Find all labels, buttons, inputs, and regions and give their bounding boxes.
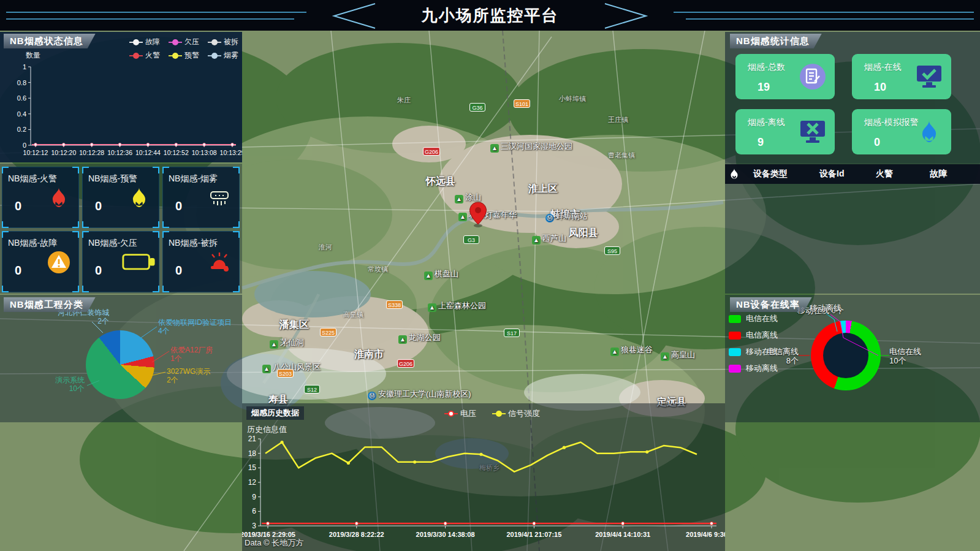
- corner-bracket: [162, 221, 169, 228]
- map-pin-icon[interactable]: [468, 201, 488, 228]
- corner-bracket: [162, 286, 169, 292]
- svg-text:2019/4/6 9:30:01: 2019/4/6 9:30:01: [686, 531, 725, 538]
- history-legend-item[interactable]: 信号强度: [492, 408, 540, 419]
- siren-icon: [206, 249, 233, 276]
- map-label: 淮南市: [354, 348, 384, 361]
- donut-legend-item[interactable]: 电信在线: [729, 313, 778, 324]
- flame-blue-icon: [916, 118, 943, 145]
- status-legend-item[interactable]: 故障: [129, 37, 160, 47]
- poi-icon: ▲: [455, 195, 463, 203]
- history-chart[interactable]: 369121518212019/3/16 2:29:052019/3/28 8:…: [242, 434, 725, 550]
- page-title: 九小场所监控平台: [0, 5, 980, 26]
- road-badge: G3: [463, 235, 479, 244]
- pie-label: 依爱A12厂房1个: [170, 346, 213, 363]
- poi-icon: ▲: [428, 303, 436, 312]
- stat-card-3[interactable]: 烟感-离线9: [735, 109, 835, 154]
- status-card-label: NB烟感-火警: [8, 173, 57, 184]
- svg-text:10:12:12: 10:12:12: [23, 149, 48, 156]
- svg-text:15: 15: [248, 463, 257, 472]
- corner-bracket: [162, 231, 169, 238]
- corner-bracket: [72, 286, 79, 292]
- svg-text:0.8: 0.8: [17, 79, 26, 86]
- corner-bracket: [153, 231, 159, 238]
- stat-card-label: 烟感-离线: [748, 117, 785, 128]
- map-label: 潘集区: [279, 319, 309, 332]
- svg-text:0: 0: [23, 142, 26, 149]
- status-card-value: 0: [15, 264, 21, 278]
- svg-text:0.6: 0.6: [17, 94, 26, 102]
- road-badge: S12: [304, 385, 320, 393]
- road-badge: S17: [504, 329, 520, 337]
- poi-icon: ▲: [424, 272, 433, 280]
- road-badge: S225: [320, 328, 336, 336]
- corner-bracket: [2, 231, 9, 238]
- map-label: ▲茅仙洞: [270, 337, 304, 349]
- corner-bracket: [2, 167, 9, 173]
- map-label: 淮河: [319, 243, 332, 252]
- poi-icon: ▲: [458, 213, 467, 221]
- flame-red-icon: [45, 184, 72, 211]
- warning-icon: [45, 249, 72, 276]
- status-card-4[interactable]: NB烟感-故障0: [2, 231, 79, 292]
- svg-text:10:12:36: 10:12:36: [107, 149, 132, 156]
- map-label: Ⓜ安徽理工大学(山南新校区): [368, 389, 471, 400]
- stat-card-2[interactable]: 烟感-在线10: [852, 54, 951, 99]
- corner-bracket: [82, 221, 89, 228]
- status-card-2[interactable]: NB烟感-预警0: [82, 167, 159, 228]
- road-badge: S203: [277, 369, 294, 378]
- svg-text:2019/4/1 21:07:15: 2019/4/1 21:07:15: [506, 531, 561, 538]
- device-col-fault: 故障: [925, 169, 974, 180]
- device-col-fire: 火警: [871, 169, 925, 180]
- stat-card-value: 0: [874, 136, 880, 149]
- history-legend-item[interactable]: 电压: [444, 408, 476, 419]
- dashboard-root: 怀远县淮上区蚌埠市凤阳县淮南市寿县定远县潘集区▲涂山▲花鼓灯嘉年华Ⓜ蚌埠南站▲西…: [0, 0, 980, 551]
- svg-text:10:12:20: 10:12:20: [51, 149, 76, 156]
- status-card-label: NB烟感-故障: [8, 238, 57, 249]
- stat-card-value: 10: [874, 81, 886, 94]
- stat-card-value: 19: [758, 81, 770, 94]
- corner-bracket: [2, 286, 9, 292]
- map-label: ▲西芦山: [532, 233, 566, 245]
- corner-bracket: [233, 167, 240, 173]
- status-trend-chart[interactable]: 00.20.40.60.8110:12:1210:12:2010:12:2810…: [0, 59, 242, 162]
- svg-text:6: 6: [252, 507, 256, 515]
- panel-pie-title: NB烟感工程分类: [4, 297, 96, 312]
- status-card-3[interactable]: NB烟感-烟雾0: [162, 167, 240, 228]
- status-card-5[interactable]: NB烟感-欠压0: [82, 231, 159, 292]
- stat-card-1[interactable]: 烟感-总数19: [735, 54, 835, 99]
- poi-icon: ▲: [398, 335, 407, 344]
- top-header: 九小场所监控平台: [0, 0, 980, 31]
- svg-text:21: 21: [248, 435, 257, 443]
- map-label: ▲三汊河国家湿地公园: [490, 141, 572, 153]
- map-label: 淮上区: [528, 183, 558, 196]
- panel-online-rate: NB设备在线率 电信在线电信离线移动在线移动离线 电信在线10个 电信离线8个 …: [725, 295, 980, 422]
- stat-card-label: 烟感-模拟报警: [864, 117, 919, 128]
- poi-icon: ▲: [262, 365, 271, 373]
- status-card-1[interactable]: NB烟感-火警0: [2, 167, 79, 228]
- donut-callout-telecom-online: 电信在线10个: [889, 347, 921, 365]
- panel-status-title: NB烟感状态信息: [4, 34, 96, 48]
- donut-legend-item[interactable]: 电信离线: [729, 330, 778, 341]
- map-label: 凤阳县: [569, 227, 598, 240]
- corner-bracket: [233, 286, 240, 292]
- status-legend-item[interactable]: 欠压: [169, 37, 199, 47]
- status-card-label: NB烟感-烟雾: [169, 173, 218, 184]
- project-pie-chart[interactable]: [86, 330, 154, 399]
- doc-icon: [799, 63, 826, 90]
- status-card-value: 0: [175, 199, 182, 213]
- battery-icon: [121, 249, 156, 276]
- status-card-label: NB烟感-被拆: [169, 238, 218, 249]
- svg-text:10:12:28: 10:12:28: [79, 149, 104, 156]
- corner-bracket: [233, 221, 240, 228]
- detector-icon: [206, 184, 233, 211]
- corner-bracket: [233, 231, 240, 238]
- corner-bracket: [162, 167, 169, 173]
- corner-bracket: [2, 221, 9, 228]
- status-card-6[interactable]: NB烟感-被拆0: [162, 231, 240, 292]
- poi-icon: ▲: [661, 352, 669, 361]
- station-icon: Ⓜ: [545, 214, 554, 222]
- map-label: 怀远县: [426, 175, 455, 188]
- panel-stats-title: NB烟感统计信息: [730, 34, 822, 48]
- status-legend-item[interactable]: 被拆: [208, 37, 238, 47]
- stat-card-4[interactable]: 烟感-模拟报警0: [852, 109, 951, 154]
